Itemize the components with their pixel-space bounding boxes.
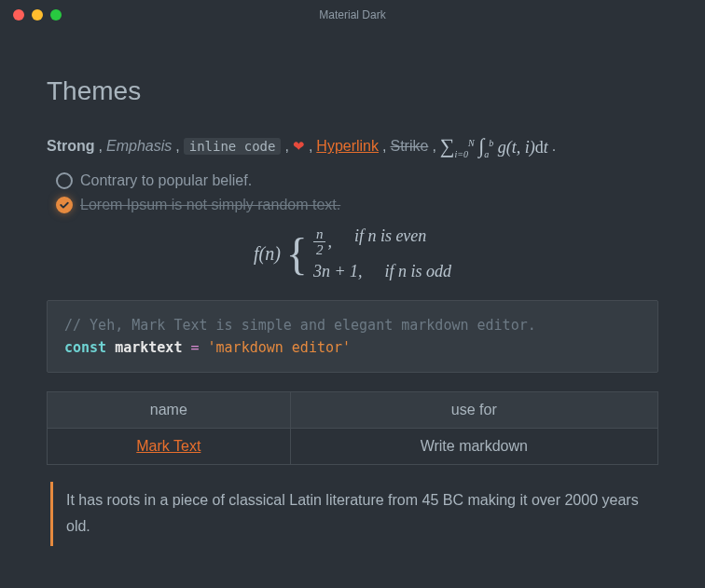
strong-text: Strong: [47, 138, 95, 155]
heart-icon: ❤: [293, 138, 305, 155]
emphasis-text: Emphasis: [106, 138, 172, 155]
math-expr: 3n + 1,: [313, 262, 363, 281]
window-title: Material Dark: [0, 8, 705, 21]
checkbox-checked-icon[interactable]: [56, 197, 73, 213]
task-label: Contrary to popular belief.: [80, 172, 252, 189]
traffic-lights: [13, 9, 62, 21]
table-cell: Write markdown: [290, 428, 657, 464]
page-title: Themes: [47, 76, 658, 106]
titlebar: Material Dark: [0, 0, 705, 30]
minimize-icon[interactable]: [32, 9, 43, 21]
task-item: Lorem Ipsum is not simply random text.: [56, 197, 658, 213]
code-string: 'markdown editor': [208, 339, 352, 356]
editor-content[interactable]: Themes Strong , Emphasis, inline code , …: [0, 30, 705, 574]
math-cond: if n is even: [354, 226, 426, 258]
brace-icon: {: [286, 234, 308, 274]
math-block: f(n) { n 2 , if n is even 3n + 1, if n i…: [47, 226, 658, 281]
task-list: Contrary to popular belief. Lorem Ipsum …: [56, 172, 658, 213]
math-case: n 2 , if n is even: [313, 226, 451, 258]
code-block: // Yeh, Mark Text is simple and elegant …: [47, 300, 658, 373]
code-comment: // Yeh, Mark Text is simple and elegant …: [64, 317, 536, 334]
maximize-icon[interactable]: [50, 9, 62, 21]
strike-text: Strike: [390, 138, 428, 155]
math-fn: f(n): [254, 243, 281, 265]
math-cond: if n is odd: [385, 262, 452, 281]
task-item: Contrary to popular belief.: [56, 172, 658, 189]
inline-math: ∑i=0N ∫ab g(t, i)dt: [440, 134, 548, 159]
blockquote: It has roots in a piece of classical Lat…: [50, 482, 658, 547]
table-link[interactable]: Mark Text: [136, 438, 200, 454]
code-operator: =: [190, 339, 199, 356]
table: name use for Mark Text Write markdown: [47, 391, 658, 465]
math-case: 3n + 1, if n is odd: [313, 262, 451, 281]
task-label: Lorem Ipsum is not simply random text.: [80, 197, 340, 213]
table-header: use for: [290, 391, 657, 428]
close-icon[interactable]: [13, 9, 24, 21]
code-identifier: marktext: [115, 339, 182, 356]
checkbox-unchecked-icon[interactable]: [56, 172, 73, 189]
code-keyword: const: [64, 339, 106, 356]
inline-code: inline code: [184, 138, 282, 155]
inline-styles-row: Strong , Emphasis, inline code , ❤ , Hyp…: [47, 134, 658, 159]
hyperlink[interactable]: Hyperlink: [316, 138, 379, 155]
table-row: Mark Text Write markdown: [48, 428, 658, 464]
table-header: name: [48, 391, 291, 428]
table-header-row: name use for: [48, 391, 658, 428]
